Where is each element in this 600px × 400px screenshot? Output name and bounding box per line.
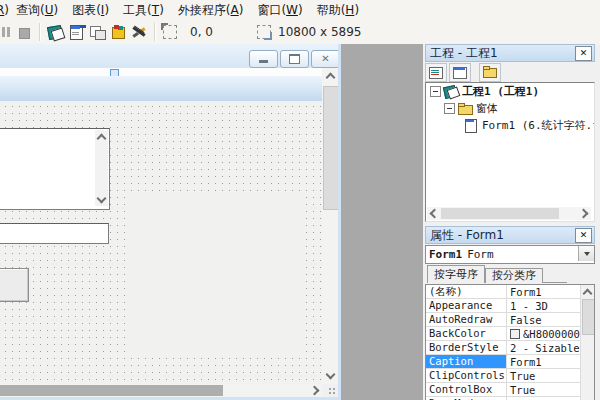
- property-row[interactable]: ControlBoxTrue: [426, 383, 581, 397]
- expand-box[interactable]: [444, 103, 455, 114]
- textbox-control[interactable]: [0, 223, 109, 244]
- property-value[interactable]: True: [507, 383, 581, 396]
- property-rows: (名称)Form1Appearance1 - 3DAutoRedrawFalse…: [426, 285, 581, 400]
- properties-panel-header: 属性 - Form1 ✕: [425, 226, 595, 244]
- property-name: AutoRedraw: [426, 313, 507, 326]
- resize-grip-icon[interactable]: [328, 387, 336, 395]
- docked-panels: 工程 - 工程1 ✕ 工程1 (工程1)窗体Form1 (6.统计字符.f 属性…: [423, 44, 600, 400]
- property-row[interactable]: BorderStyle2 - Sizable: [426, 341, 581, 355]
- toolbox-icon[interactable]: [131, 24, 148, 40]
- properties-panel-close-button[interactable]: ✕: [575, 228, 592, 243]
- toggle-folders-button[interactable]: [479, 63, 501, 82]
- property-row[interactable]: AutoRedrawFalse: [426, 313, 581, 327]
- property-row[interactable]: BackColor&H8000000F&: [426, 327, 581, 341]
- end-icon[interactable]: [16, 24, 33, 40]
- object-selector-combobox[interactable]: Form1 Form: [425, 245, 595, 264]
- position-indicator-icon: [163, 25, 177, 39]
- menu-items: 查询(U)图表(I)工具(T)外接程序(A)窗口(W)帮助(H): [9, 0, 366, 20]
- tab-alphabetic[interactable]: 按字母序: [427, 265, 485, 283]
- designer-right-border: [338, 44, 341, 400]
- chevron-left-icon: [430, 209, 440, 219]
- textbox-scrollbar[interactable]: [95, 130, 108, 206]
- size-readout: 10800 x 5895: [274, 25, 365, 39]
- menu-bar: 行(R) 查询(U)图表(I)工具(T)外接程序(A)窗口(W)帮助(H): [0, 0, 600, 20]
- expand-box[interactable]: [430, 86, 441, 97]
- property-row[interactable]: CaptionForm1: [426, 355, 581, 369]
- menu-item-clipped[interactable]: 行(R): [0, 0, 9, 20]
- menu-item[interactable]: 外接程序(A): [171, 3, 251, 17]
- view-object-button[interactable]: [449, 63, 471, 82]
- designer-caption-bar[interactable]: ✕: [0, 44, 338, 68]
- menu-item[interactable]: 图表(I): [65, 3, 116, 17]
- chevron-right-icon: [309, 386, 319, 396]
- project-explorer-icon[interactable]: [47, 24, 64, 40]
- tree-item[interactable]: 工程1 (工程1): [426, 83, 594, 100]
- property-name: BackColor: [426, 327, 507, 340]
- project-panel-close-button[interactable]: ✕: [575, 46, 592, 61]
- scrollbar-thumb[interactable]: [323, 86, 339, 210]
- scrollbar-thumb[interactable]: [441, 208, 559, 219]
- toolbar-separator: [39, 23, 41, 41]
- menu-item[interactable]: 查询(U): [9, 3, 65, 17]
- chevron-up-icon: [583, 288, 593, 298]
- property-value[interactable]: 2 - Sizable: [507, 341, 581, 354]
- property-value[interactable]: Form1: [507, 355, 581, 368]
- tree-item[interactable]: 窗体: [426, 100, 594, 117]
- designer-client-area: [0, 68, 322, 384]
- tab-categorized[interactable]: 按分类序: [485, 268, 543, 283]
- project-icon: [444, 85, 459, 98]
- designer-horizontal-scrollbar[interactable]: [0, 384, 322, 397]
- toolbar-separator: [154, 23, 156, 41]
- form-layout-icon[interactable]: [89, 24, 106, 40]
- property-row[interactable]: ClipControlsTrue: [426, 369, 581, 383]
- property-row[interactable]: Appearance1 - 3D: [426, 299, 581, 313]
- property-value[interactable]: False: [507, 313, 581, 326]
- position-readout: 0, 0: [186, 25, 254, 39]
- break-icon[interactable]: [2, 24, 12, 40]
- scroll-up-button[interactable]: [322, 68, 338, 84]
- designer-vertical-scrollbar[interactable]: [322, 68, 338, 384]
- property-value[interactable]: &H8000000F&: [507, 327, 581, 340]
- property-value[interactable]: True: [507, 369, 581, 382]
- maximize-button[interactable]: [280, 50, 309, 68]
- project-panel-header: 工程 - 工程1 ✕: [425, 44, 595, 62]
- property-value[interactable]: 1 - 3D: [507, 299, 581, 312]
- property-name: Caption: [426, 355, 507, 368]
- dropdown-button[interactable]: [578, 246, 594, 261]
- property-value[interactable]: Form1: [507, 285, 581, 298]
- close-button[interactable]: ✕: [311, 50, 340, 68]
- menu-item[interactable]: 窗口(W): [250, 3, 309, 17]
- scroll-right-button[interactable]: [308, 384, 322, 397]
- scroll-down-button[interactable]: [322, 368, 338, 384]
- selected-object-name: Form1: [426, 248, 462, 261]
- form-canvas[interactable]: [0, 101, 322, 384]
- form-titlebar[interactable]: [0, 76, 322, 101]
- project-tree: 工程1 (工程1)窗体Form1 (6.统计字符.f: [425, 82, 595, 222]
- tree-item[interactable]: Form1 (6.统计字符.f: [426, 117, 594, 134]
- frame-control[interactable]: [130, 195, 305, 358]
- property-grid: (名称)Form1Appearance1 - 3DAutoRedrawFalse…: [425, 284, 595, 400]
- scroll-up-button[interactable]: [95, 130, 108, 143]
- command-button-control[interactable]: [0, 268, 29, 302]
- properties-window-icon[interactable]: [68, 24, 85, 40]
- tree-horizontal-scrollbar[interactable]: [427, 207, 591, 220]
- menu-item[interactable]: 工具(T): [116, 3, 171, 17]
- scroll-right-button[interactable]: [578, 207, 591, 220]
- view-code-button[interactable]: [425, 63, 447, 82]
- maximize-icon: [289, 54, 300, 64]
- scroll-up-button[interactable]: [581, 285, 594, 298]
- multiline-textbox-control[interactable]: [0, 128, 110, 210]
- scroll-down-button[interactable]: [95, 193, 108, 206]
- scrollbar-thumb[interactable]: [582, 299, 595, 335]
- property-name: ControlBox: [426, 383, 507, 396]
- tree-rows: 工程1 (工程1)窗体Form1 (6.统计字符.f: [426, 83, 594, 134]
- object-browser-icon[interactable]: [110, 24, 127, 40]
- scroll-left-button[interactable]: [427, 207, 440, 220]
- scrollbar-thumb[interactable]: [0, 385, 223, 396]
- minimize-button[interactable]: [249, 50, 278, 68]
- grid-vertical-scrollbar[interactable]: [580, 285, 594, 400]
- property-row[interactable]: (名称)Form1: [426, 285, 581, 299]
- menu-item[interactable]: 帮助(H): [310, 3, 366, 17]
- form-designer-window: ✕: [0, 44, 341, 400]
- minimize-icon: [259, 60, 268, 63]
